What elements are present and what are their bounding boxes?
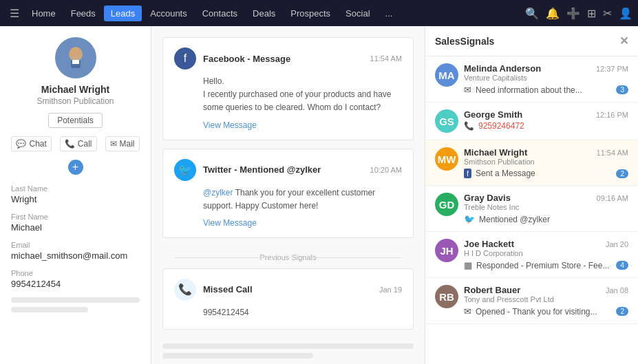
ss-time-george: 12:16 PM xyxy=(596,111,628,119)
nav-leads[interactable]: Leads xyxy=(104,6,142,21)
ss-name-george: George Smith xyxy=(464,109,522,120)
main-layout: Michael Wright Smithson Publication Pote… xyxy=(0,26,638,364)
signal-time-fb: 11:54 AM xyxy=(370,54,402,63)
ss-phone-george: 📞 9259246472 xyxy=(464,121,628,131)
nav-feeds[interactable]: Feeds xyxy=(64,6,103,21)
ss-item-joe[interactable]: JH Joe Hackett Jan 20 H I D Corporation … xyxy=(425,232,638,278)
ss-item-gray[interactable]: GD Gray Davis 09:16 AM Treble Notes Inc … xyxy=(425,186,638,232)
signal-body-call: 9954212454 xyxy=(203,306,402,319)
view-message-fb[interactable]: View Message xyxy=(203,120,402,130)
avatar-joe: JH xyxy=(435,239,458,262)
topnav: ☰ Home Feeds Leads Accounts Contacts Dea… xyxy=(0,0,638,26)
ss-action-text-gray: Mentioned @zylker xyxy=(479,215,550,224)
ss-time-gray: 09:16 AM xyxy=(597,194,628,202)
ss-item-michael[interactable]: MW Michael Wright 11:54 AM Smithson Publ… xyxy=(425,140,638,186)
contact-company: Smithson Publication xyxy=(11,96,140,106)
facebook-icon-michael: f xyxy=(464,169,471,178)
ss-badge-joe: 4 xyxy=(616,261,628,270)
nav-prospects[interactable]: Prospects xyxy=(284,6,337,21)
ss-item-melinda[interactable]: MA Melinda Anderson 12:37 PM Venture Cap… xyxy=(425,56,638,103)
nav-deals[interactable]: Deals xyxy=(246,6,282,21)
salesignals-header: SalesSignals ✕ xyxy=(425,26,638,56)
facebook-icon: f xyxy=(174,47,196,69)
lastname-field: Last Name Wright xyxy=(11,184,140,204)
twitter-signal-card: 🐦 Twitter - Mentioned @zylker 10:20 AM @… xyxy=(162,149,414,238)
firstname-field: First Name Michael xyxy=(11,213,140,233)
action-buttons: 💬 Chat 📞 Call ✉ Mail xyxy=(11,136,140,151)
nav-more[interactable]: ... xyxy=(379,6,400,21)
ss-item-robert[interactable]: RB Robert Bauer Jan 08 Tony and Presscot… xyxy=(425,278,638,324)
center-panel: f Facebook - Message 11:54 AM Hello.I re… xyxy=(151,26,425,364)
signal-body-tw: @zylker Thank you for your excellent cus… xyxy=(203,186,402,213)
facebook-signal-card: f Facebook - Message 11:54 AM Hello.I re… xyxy=(162,37,414,140)
ss-name-michael: Michael Wright xyxy=(464,147,527,158)
nav-home[interactable]: Home xyxy=(25,6,63,21)
signal-time-call: Jan 19 xyxy=(379,286,402,294)
avatar-melinda: MA xyxy=(435,63,458,87)
add-activity-button[interactable]: + xyxy=(68,160,83,175)
ss-company-joe: H I D Corporation xyxy=(464,249,628,257)
salesignals-title: SalesSignals xyxy=(435,36,494,47)
plus-icon[interactable]: ➕ xyxy=(566,7,580,20)
ss-name-gray: Gray Davis xyxy=(464,193,511,203)
hamburger-icon[interactable]: ☰ xyxy=(6,4,23,23)
ss-action-text-melinda: Need information about the... xyxy=(476,85,582,95)
phone-icon-george: 📞 xyxy=(464,121,474,131)
signal-body-fb: Hello.I recently purchased one of your p… xyxy=(203,75,402,115)
view-message-tw[interactable]: View Message xyxy=(203,218,402,228)
svg-rect-4 xyxy=(72,60,79,64)
bell-icon[interactable]: 🔔 xyxy=(546,7,560,20)
signal-time-tw: 10:20 AM xyxy=(370,166,402,174)
signal-header-call: 📞 Missed Call Jan 19 xyxy=(174,279,402,301)
mail-button[interactable]: ✉ Mail xyxy=(105,136,140,151)
ss-time-michael: 11:54 AM xyxy=(597,149,628,157)
potentials-button[interactable]: Potentials xyxy=(48,113,103,128)
avatar-gray: GD xyxy=(435,193,458,216)
avatar-george: GS xyxy=(435,109,458,133)
ss-name-robert: Robert Bauer xyxy=(464,285,520,295)
ss-name-melinda: Melinda Anderson xyxy=(464,63,541,74)
chat-button[interactable]: 💬 Chat xyxy=(11,136,51,151)
ss-time-melinda: 12:37 PM xyxy=(596,65,628,73)
email-icon-robert: ✉ xyxy=(464,306,471,317)
ss-action-text-michael: Sent a Message xyxy=(476,169,535,178)
ss-company-gray: Treble Notes Inc xyxy=(464,203,628,211)
nav-contacts[interactable]: Contacts xyxy=(195,6,244,21)
ss-phone-number-george: 9259246472 xyxy=(478,121,524,131)
nav-accounts[interactable]: Accounts xyxy=(143,6,193,21)
ss-company-michael: Smithson Publication xyxy=(464,158,628,166)
signal-header-fb: f Facebook - Message 11:54 AM xyxy=(174,47,402,69)
store-icon-joe: ▦ xyxy=(464,260,472,270)
missed-call-card: 📞 Missed Call Jan 19 9954212454 xyxy=(162,268,414,330)
user-avatar-icon[interactable]: 👤 xyxy=(619,7,632,20)
nav-social[interactable]: Social xyxy=(339,6,376,21)
search-icon[interactable]: 🔍 xyxy=(525,7,539,20)
ss-item-george[interactable]: GS George Smith 12:16 PM 📞 9259246472 xyxy=(425,103,638,140)
twitter-icon-gray: 🐦 xyxy=(464,214,475,224)
previous-signals-label: Previous Signals xyxy=(162,253,414,261)
avatar-michael: MW xyxy=(435,147,458,171)
signal-title-tw: Twitter - Mentioned @zylker xyxy=(203,164,321,175)
close-icon[interactable]: ✕ xyxy=(619,34,628,47)
twitter-icon: 🐦 xyxy=(174,159,196,181)
signal-title-call: Missed Call xyxy=(203,284,253,295)
settings-icon[interactable]: ✂ xyxy=(603,7,612,20)
email-field: Email michael_smithson@mail.com xyxy=(11,241,140,261)
ss-time-joe: Jan 20 xyxy=(606,240,628,248)
contact-name: Michael Wright xyxy=(11,84,140,95)
grid-icon[interactable]: ⊞ xyxy=(587,7,596,20)
phone-missed-icon: 📞 xyxy=(174,279,196,301)
placeholder-line-1 xyxy=(11,297,140,303)
email-icon-melinda: ✉ xyxy=(464,85,471,95)
left-panel: Michael Wright Smithson Publication Pote… xyxy=(0,26,151,364)
ss-company-robert: Tony and Presscott Pvt Ltd xyxy=(464,295,628,303)
avatar-robert: RB xyxy=(435,285,458,308)
contact-avatar xyxy=(55,37,96,78)
placeholder-center-1 xyxy=(162,343,414,349)
call-button[interactable]: 📞 Call xyxy=(60,136,97,151)
ss-name-joe: Joe Hackett xyxy=(464,239,514,249)
ss-action-text-robert: Opened - Thank you for visiting... xyxy=(476,307,597,317)
ss-badge-michael: 2 xyxy=(616,169,628,178)
ss-action-text-joe: Responded - Premium Store - Fee... xyxy=(476,261,609,270)
salesignals-list: MA Melinda Anderson 12:37 PM Venture Cap… xyxy=(425,56,638,364)
